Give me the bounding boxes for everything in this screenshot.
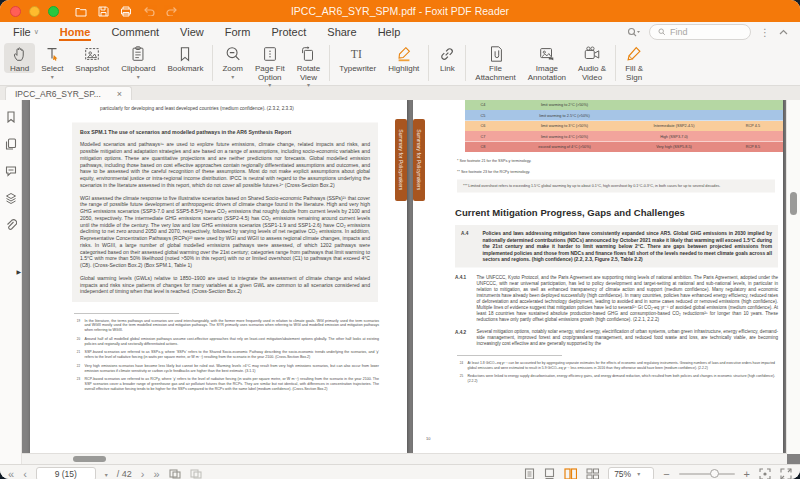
footnote: 19In the literature, the terms pathways … xyxy=(74,318,379,332)
statement-a4: A.4 Policies and laws addressing mitigat… xyxy=(455,225,778,268)
next-view-button[interactable] xyxy=(190,469,202,479)
vertical-scrollbar-thumb[interactable] xyxy=(790,192,797,215)
box-paragraph: WGI assessed the climate response to fiv… xyxy=(80,194,370,268)
bookmark-icon xyxy=(176,45,194,63)
page-fit-icon xyxy=(261,45,279,63)
zoom-slider-thumb[interactable] xyxy=(710,469,719,478)
snapshot-icon xyxy=(83,45,101,63)
more-options-icon[interactable]: ⋮ xyxy=(760,27,770,38)
zoom-window-button[interactable] xyxy=(48,6,59,17)
sidebar-expand-handle[interactable]: ▶ xyxy=(16,268,21,275)
status-bar: « ‹ 9 (15) ▾ / 42 › » 75%▾ − + xyxy=(0,464,800,479)
select-tool-button[interactable]: Select▾ xyxy=(35,43,69,80)
close-tab-icon[interactable]: × xyxy=(117,89,122,99)
table-row: C7limit warming to 4°C (>50%)High (SSP3-… xyxy=(465,131,783,142)
document-tab[interactable]: IPCC_AR6_SYR_SP... × xyxy=(5,86,132,100)
chevron-down-icon: ▾ xyxy=(137,74,140,80)
redo-icon[interactable] xyxy=(166,6,178,16)
snapshot-button[interactable]: Snapshot xyxy=(69,43,115,73)
minimize-window-button[interactable] xyxy=(29,6,40,17)
bookmark-button[interactable]: Bookmark xyxy=(161,43,209,73)
menu-file[interactable]: File∨ xyxy=(12,24,40,40)
pages-panel-icon[interactable] xyxy=(5,138,17,150)
clipboard-button[interactable]: Clipboard▾ xyxy=(115,43,161,80)
collapse-ribbon-icon[interactable] xyxy=(779,29,788,35)
comments-panel-icon[interactable] xyxy=(5,165,17,177)
page-number-input[interactable]: 9 (15) xyxy=(36,467,96,479)
previous-page-button[interactable]: ‹ xyxy=(23,469,27,479)
page-total-label: / 42 xyxy=(117,469,132,479)
table-row: C5limit warming to 2.5°C (>50%) xyxy=(465,110,783,121)
menu-protect[interactable]: Protect xyxy=(270,24,307,40)
menu-form[interactable]: Form xyxy=(224,24,252,40)
close-window-button[interactable] xyxy=(10,6,21,17)
zoom-slider[interactable] xyxy=(679,473,735,475)
last-page-button[interactable]: » xyxy=(154,469,160,479)
search-options-icon[interactable] xyxy=(627,27,640,38)
find-placeholder: Find xyxy=(670,27,688,37)
typewriter-button[interactable]: TI Typewriter xyxy=(333,43,382,73)
footnote: 24At least 1.8 GtCO₂-eq yr⁻¹ can be acco… xyxy=(457,360,775,369)
table-note-box: *** Limited overshoot refers to exceedin… xyxy=(457,180,775,193)
footnote: 23RCP-based scenarios are referred to as… xyxy=(74,377,379,391)
layers-panel-icon[interactable] xyxy=(5,192,17,204)
svg-text:TI: TI xyxy=(351,48,362,61)
fill-sign-button[interactable]: Fill & Sign xyxy=(619,43,649,82)
footnote-separator xyxy=(74,313,179,314)
rotate-view-button[interactable]: Rotate View ▾ xyxy=(291,43,327,89)
chevron-down-icon: ▾ xyxy=(637,468,640,479)
find-input[interactable]: Find xyxy=(649,24,751,40)
chevron-down-icon: ▾ xyxy=(307,82,310,89)
page-fit-option-button[interactable]: Page Fit Option ▾ xyxy=(249,43,291,89)
continuous-view-icon[interactable] xyxy=(544,468,555,479)
facing-continuous-view-icon[interactable] xyxy=(586,468,599,479)
print-icon[interactable] xyxy=(120,6,132,17)
pdf-page-right[interactable]: C3limit warming to 2°C (>67%)Low (SSP1-2… xyxy=(413,100,783,453)
bookmarks-panel-icon[interactable] xyxy=(5,111,17,123)
table-note: * See footnote 21 for the SSPx-y termino… xyxy=(457,159,775,164)
pdf-page-left[interactable]: particularly for developing and least de… xyxy=(30,100,407,453)
footnote: 20Around half of all modelled global emi… xyxy=(74,336,379,346)
menu-comment[interactable]: Comment xyxy=(110,24,160,40)
vertical-scrollbar[interactable] xyxy=(786,100,800,454)
menu-share[interactable]: Share xyxy=(326,24,357,40)
document-canvas[interactable]: particularly for developing and least de… xyxy=(22,100,800,464)
highlight-button[interactable]: Highlight xyxy=(382,43,425,73)
footnotes-block: 19In the literature, the terms pathways … xyxy=(74,313,379,391)
save-icon[interactable] xyxy=(98,6,109,17)
attachments-panel-icon[interactable] xyxy=(5,219,17,231)
ribbon-separator xyxy=(212,45,213,81)
previous-view-button[interactable] xyxy=(169,469,181,479)
fit-page-button[interactable] xyxy=(759,468,771,479)
menu-help[interactable]: Help xyxy=(377,24,402,40)
file-attachment-button[interactable]: File Attachment xyxy=(469,43,521,82)
fullscreen-button[interactable] xyxy=(780,468,792,479)
zoom-out-button[interactable]: − xyxy=(663,469,669,479)
audio-video-button[interactable]: Audio & Video xyxy=(572,43,612,82)
audio-video-icon xyxy=(583,45,601,63)
undo-icon[interactable] xyxy=(143,6,155,16)
zoom-level-select[interactable]: 75%▾ xyxy=(608,467,654,479)
menu-view[interactable]: View xyxy=(179,24,205,40)
next-page-button[interactable]: › xyxy=(141,469,145,479)
facing-view-icon[interactable] xyxy=(564,468,577,479)
first-page-button[interactable]: « xyxy=(8,469,14,479)
image-annotation-button[interactable]: Image Annotation xyxy=(522,43,572,82)
file-attachment-icon xyxy=(487,45,505,63)
footnote: 22Very high emissions scenarios have bec… xyxy=(74,363,379,373)
menu-home[interactable]: Home xyxy=(59,24,92,41)
horizontal-scrollbar-thumb[interactable] xyxy=(73,456,106,462)
hand-tool-button[interactable]: Hand xyxy=(4,43,35,73)
open-file-icon[interactable] xyxy=(75,6,87,17)
zoom-in-button[interactable]: + xyxy=(744,469,750,479)
section-side-tab: Summary for Policymakers xyxy=(395,119,407,201)
ribbon-separator xyxy=(615,45,616,81)
select-text-icon xyxy=(43,45,61,63)
link-button[interactable]: Link xyxy=(432,43,462,73)
zoom-button[interactable]: Zoom▾ xyxy=(216,43,248,80)
horizontal-scrollbar[interactable] xyxy=(22,453,787,464)
document-tab-bar: IPCC_AR6_SYR_SP... × xyxy=(0,86,800,100)
table-note: ** See footnote 23 for the RCPy terminol… xyxy=(457,170,775,175)
chevron-down-icon: ▾ xyxy=(231,74,234,80)
single-page-view-icon[interactable] xyxy=(524,468,535,479)
